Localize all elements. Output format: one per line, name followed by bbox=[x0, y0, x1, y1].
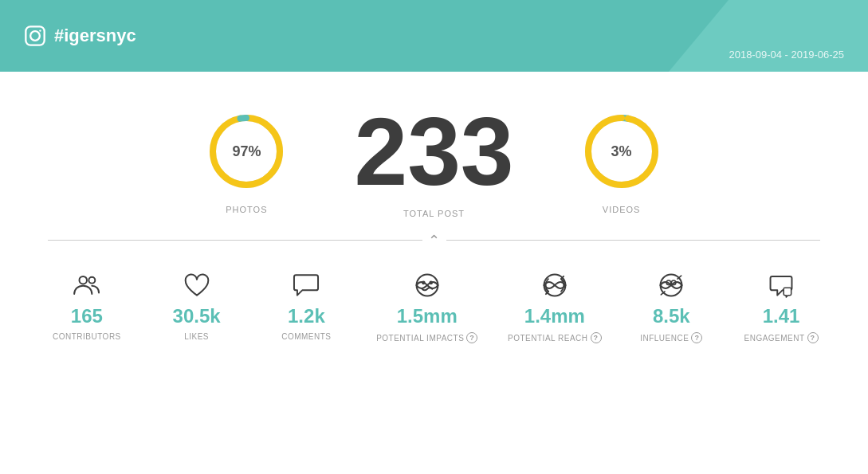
header-title-group: #igersnyc bbox=[24, 25, 136, 47]
videos-label: VIDEOS bbox=[603, 205, 641, 214]
videos-stat: 3% VIDEOS bbox=[578, 108, 666, 214]
metric-likes: 30.5k LIKES bbox=[157, 270, 237, 341]
influence-label: INFLUENCE ? bbox=[640, 332, 702, 343]
divider-line-right bbox=[446, 240, 821, 241]
metric-potential-reach: 1.4mm POTENTIAL REACH ? bbox=[508, 270, 601, 343]
svg-point-9 bbox=[79, 276, 87, 284]
chevron-up-icon: ⌃ bbox=[422, 234, 446, 246]
total-post-number: 233 bbox=[354, 104, 513, 199]
engagement-icon bbox=[766, 270, 796, 300]
svg-rect-0 bbox=[26, 26, 44, 45]
likes-icon bbox=[182, 270, 212, 300]
photos-donut: 97% bbox=[202, 108, 290, 195]
likes-label: LIKES bbox=[184, 332, 209, 341]
header-title: #igersnyc bbox=[54, 25, 136, 46]
total-post-stat: 233 TOTAL POST bbox=[354, 104, 513, 218]
main-content: 97% PHOTOS 233 TOTAL POST 3% VI bbox=[0, 72, 868, 343]
stats-row: 97% PHOTOS 233 TOTAL POST 3% VI bbox=[0, 88, 868, 226]
contributors-label: CONTRIBUTORS bbox=[53, 332, 121, 341]
potential-impacts-icon bbox=[412, 270, 442, 300]
svg-point-12 bbox=[422, 280, 426, 284]
page-header: #igersnyc 2018-09-04 - 2019-06-25 bbox=[0, 0, 868, 72]
photos-label: PHOTOS bbox=[226, 205, 267, 214]
potential-reach-label: POTENTIAL REACH ? bbox=[508, 332, 601, 343]
photos-stat: 97% PHOTOS bbox=[202, 108, 290, 214]
engagement-label: ENGAGEMENT ? bbox=[744, 332, 818, 343]
influence-value: 8.5k bbox=[653, 305, 690, 327]
svg-point-1 bbox=[30, 31, 40, 41]
engagement-help-icon[interactable]: ? bbox=[807, 332, 819, 343]
photos-percentage: 97% bbox=[232, 143, 261, 160]
divider-line-left bbox=[48, 240, 422, 241]
metric-influence: 8.5k INFLUENCE ? bbox=[631, 270, 711, 343]
potential-impacts-label: POTENTIAL IMPACTS ? bbox=[376, 332, 477, 343]
engagement-value: 1.41 bbox=[763, 305, 800, 327]
videos-donut: 3% bbox=[578, 108, 666, 195]
total-post-label: TOTAL POST bbox=[403, 209, 465, 218]
metric-potential-impacts: 1.5mm POTENTIAL IMPACTS ? bbox=[376, 270, 477, 343]
comments-label: COMMENTS bbox=[281, 332, 331, 341]
potential-reach-help-icon[interactable]: ? bbox=[591, 332, 602, 343]
instagram-icon bbox=[24, 25, 46, 47]
metric-engagement: 1.41 ENGAGEMENT ? bbox=[741, 270, 821, 343]
svg-point-13 bbox=[429, 280, 433, 284]
metrics-row: 165 CONTRIBUTORS 30.5k LIKES 1.2k COMMEN… bbox=[0, 254, 868, 343]
metric-comments: 1.2k COMMENTS bbox=[266, 270, 346, 341]
likes-value: 30.5k bbox=[173, 305, 221, 327]
potential-reach-icon bbox=[540, 270, 570, 300]
influence-help-icon[interactable]: ? bbox=[691, 332, 702, 343]
divider-row: ⌃ bbox=[0, 226, 868, 254]
influence-icon bbox=[656, 270, 686, 300]
metric-contributors: 165 CONTRIBUTORS bbox=[47, 270, 127, 341]
header-date: 2018-09-04 - 2019-06-25 bbox=[729, 49, 844, 61]
potential-reach-value: 1.4mm bbox=[524, 305, 585, 327]
svg-point-10 bbox=[88, 277, 95, 284]
svg-point-2 bbox=[39, 29, 41, 31]
potential-impacts-value: 1.5mm bbox=[397, 305, 458, 327]
contributors-value: 165 bbox=[71, 305, 103, 327]
comments-icon bbox=[291, 270, 321, 300]
contributors-icon bbox=[72, 270, 102, 300]
videos-percentage: 3% bbox=[611, 143, 632, 160]
comments-value: 1.2k bbox=[288, 305, 325, 327]
potential-impacts-help-icon[interactable]: ? bbox=[466, 332, 477, 343]
